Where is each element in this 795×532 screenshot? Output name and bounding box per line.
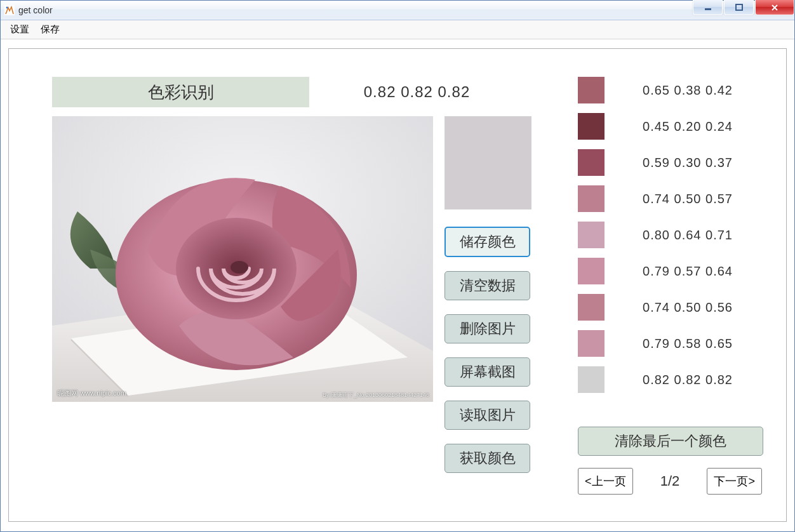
store-color-button[interactable]: 储存颜色 (444, 227, 530, 257)
palette-row: 0.65 0.38 0.42 (578, 77, 762, 103)
next-page-button[interactable]: 下一页> (707, 468, 762, 495)
palette-rgb-label: 0.65 0.38 0.42 (613, 77, 762, 103)
palette-rgb-label: 0.74 0.50 0.57 (613, 185, 762, 212)
svg-point-12 (230, 261, 248, 274)
palette-row: 0.74 0.50 0.57 (578, 185, 762, 212)
image-view[interactable]: 昵图网 www.nipic.com By:潇潇雨下_No.20130602184… (52, 116, 433, 402)
title-bar: get color (1, 1, 794, 20)
palette-swatch[interactable] (578, 330, 605, 357)
palette-rgb-label: 0.45 0.20 0.24 (613, 113, 762, 140)
clear-last-color-button[interactable]: 清除最后一个颜色 (578, 427, 763, 456)
palette-swatch[interactable] (578, 149, 605, 176)
palette-row: 0.82 0.82 0.82 (578, 366, 762, 393)
palette-swatch[interactable] (578, 258, 605, 284)
get-color-button[interactable]: 获取颜色 (444, 444, 530, 473)
pager: <上一页 1/2 下一页> (578, 468, 762, 495)
current-color-swatch (444, 116, 531, 209)
menu-save[interactable]: 保存 (35, 21, 65, 38)
palette-row: 0.45 0.20 0.24 (578, 113, 762, 140)
palette-swatch[interactable] (578, 113, 605, 140)
palette-swatch[interactable] (578, 366, 605, 393)
palette-rgb-label: 0.79 0.58 0.65 (613, 330, 762, 357)
loaded-image (52, 116, 433, 402)
svg-rect-3 (736, 4, 742, 10)
palette-rgb-label: 0.59 0.30 0.37 (613, 149, 762, 176)
watermark-right: By:潇潇雨下_No.20130602184814427146 (323, 391, 429, 399)
palette-list: 0.65 0.38 0.420.45 0.20 0.240.59 0.30 0.… (578, 77, 762, 393)
palette-row: 0.79 0.58 0.65 (578, 330, 762, 357)
palette-swatch[interactable] (578, 77, 605, 103)
palette-swatch[interactable] (578, 294, 605, 321)
close-button[interactable] (755, 0, 794, 15)
delete-image-button[interactable]: 删除图片 (444, 314, 530, 343)
palette-rgb-label: 0.74 0.50 0.56 (613, 294, 762, 321)
minimize-icon (704, 4, 712, 11)
palette-row: 0.79 0.57 0.64 (578, 258, 762, 284)
app-icon (4, 5, 15, 15)
app-window: get color 设置 保存 色彩识别 0.82 0.82 0.82 (0, 0, 795, 532)
menu-bar: 设置 保存 (1, 20, 794, 39)
menu-settings[interactable]: 设置 (4, 21, 35, 38)
page-indicator: 1/2 (660, 473, 680, 489)
minimize-button[interactable] (693, 0, 723, 15)
prev-page-button[interactable]: <上一页 (578, 468, 633, 495)
palette-swatch[interactable] (578, 222, 605, 248)
palette-rgb-label: 0.79 0.57 0.64 (613, 258, 762, 284)
maximize-button[interactable] (724, 0, 754, 15)
palette-swatch[interactable] (578, 185, 605, 212)
palette-rgb-label: 0.82 0.82 0.82 (613, 366, 762, 393)
svg-point-1 (6, 7, 8, 9)
clear-data-button[interactable]: 清空数据 (444, 271, 530, 300)
window-title: get color (18, 5, 53, 15)
palette-row: 0.80 0.64 0.71 (578, 222, 762, 248)
action-buttons: 储存颜色 清空数据 删除图片 屏幕截图 读取图片 获取颜色 (444, 227, 530, 473)
watermark-left: 昵图网 www.nipic.com (57, 389, 126, 398)
palette-row: 0.74 0.50 0.56 (578, 294, 762, 321)
palette-row: 0.59 0.30 0.37 (578, 149, 762, 176)
client-area: 色彩识别 0.82 0.82 0.82 (8, 48, 787, 522)
load-image-button[interactable]: 读取图片 (444, 401, 530, 430)
maximize-icon (735, 4, 743, 11)
screenshot-button[interactable]: 屏幕截图 (444, 357, 530, 387)
palette-rgb-label: 0.80 0.64 0.71 (613, 222, 762, 248)
close-icon (770, 3, 779, 12)
current-rgb-readout: 0.82 0.82 0.82 (311, 77, 523, 107)
window-controls (691, 0, 794, 15)
panel-title: 色彩识别 (52, 77, 309, 107)
svg-rect-2 (705, 8, 711, 10)
